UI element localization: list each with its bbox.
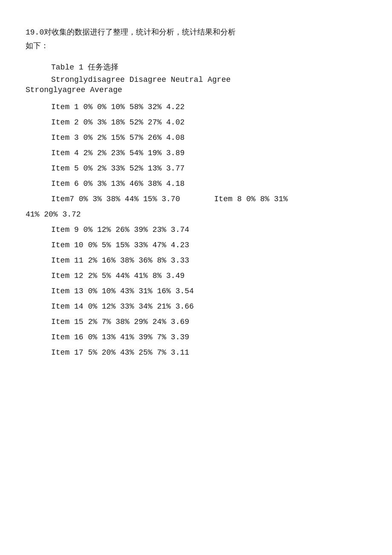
table-header-row1: Stronglydisagree Disagree Neutral Agree [51,75,366,84]
intro-line1: 19.0对收集的数据进行了整理，统计和分析，统计结果和分析 [26,26,366,39]
table-row-continuation: 41% 20% 3.72 [26,207,366,222]
table-row: Item 1 0% 0% 10% 58% 32% 4.22 [51,99,366,115]
item7-part1: Item7 0% 3% 38% 44% 15% 3.70 [51,191,180,207]
table-row: Item 3 0% 2% 15% 57% 26% 4.08 [51,130,366,145]
table-row: Item 14 0% 12% 33% 34% 21% 3.66 [51,299,366,314]
table-row: Item 16 0% 13% 41% 39% 7% 3.39 [51,330,366,345]
intro-line2: 如下： [26,39,366,53]
table-title: Table 1 任务选择 [51,62,366,72]
table-row: Item 6 0% 3% 13% 46% 38% 4.18 [51,176,366,191]
table-header-row2: Stronglyagree Average [26,86,366,94]
table-row: Item 4 2% 2% 23% 54% 19% 3.89 [51,145,366,161]
table-row: Item 10 0% 5% 15% 33% 47% 4.23 [51,237,366,253]
table-row: Item 9 0% 12% 26% 39% 23% 3.74 [51,222,366,237]
table-row: Item 12 2% 5% 44% 41% 8% 3.49 [51,268,366,283]
table-row: Item 2 0% 3% 18% 52% 27% 4.02 [51,115,366,130]
table-row: Item 5 0% 2% 33% 52% 13% 3.77 [51,161,366,176]
table-row: Item 13 0% 10% 43% 31% 16% 3.54 [51,283,366,299]
table-section: Table 1 任务选择 Stronglydisagree Disagree N… [26,62,366,360]
table-row: Item 17 5% 20% 43% 25% 7% 3.11 [51,345,366,360]
table-row: Item 15 2% 7% 38% 29% 24% 3.69 [51,314,366,330]
intro-paragraph: 19.0对收集的数据进行了整理，统计和分析，统计结果和分析 如下： [26,26,366,53]
page-content: 19.0对收集的数据进行了整理，统计和分析，统计结果和分析 如下： Table … [26,26,366,360]
item8-part1: Item 8 0% 8% 31% [214,191,288,207]
table-row: Item 11 2% 16% 38% 36% 8% 3.33 [51,253,366,268]
table-row-special: Item7 0% 3% 38% 44% 15% 3.70 Item 8 0% 8… [26,191,366,207]
